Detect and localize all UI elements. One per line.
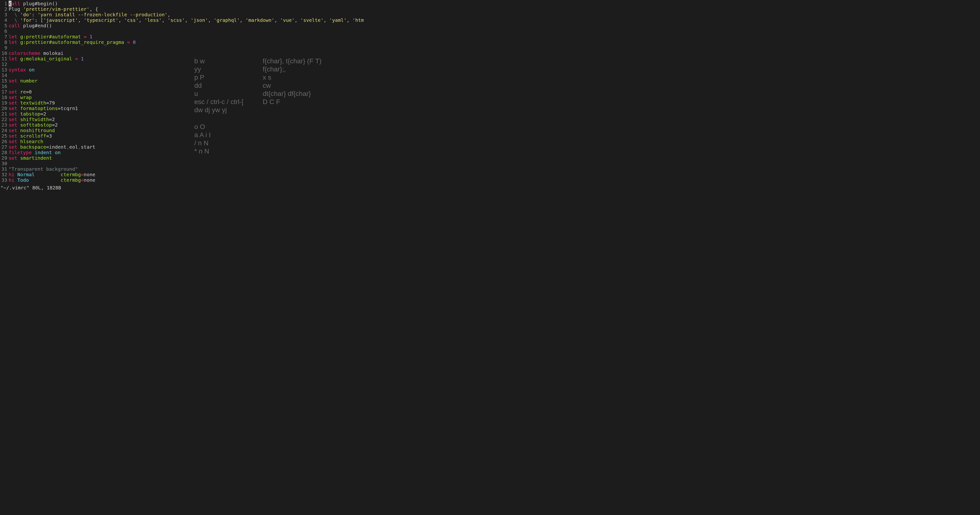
line-number: 3: [0, 12, 9, 17]
cheat-line: / n N: [194, 139, 243, 147]
token: 'html': [352, 17, 364, 23]
code-content[interactable]: call plug#begin(): [9, 1, 58, 6]
cheat-line: dt{char} df{char}: [262, 90, 321, 98]
token: ,: [67, 144, 69, 150]
code-content[interactable]: \ 'do': 'yarn install --frozen-lockfile …: [9, 12, 170, 17]
token: on: [55, 149, 61, 155]
token: 'json': [191, 17, 208, 23]
code-line[interactable]: 5call plug#end(): [0, 23, 364, 29]
line-number: 26: [0, 139, 9, 144]
code-line[interactable]: 2Plug 'prettier/vim-prettier', {: [0, 6, 364, 12]
cheat-line: yy: [194, 65, 243, 73]
code-line[interactable]: 33hi Todo ctermbg=none: [0, 177, 364, 183]
token: ,: [162, 17, 167, 23]
code-content[interactable]: colorscheme molokai: [9, 51, 64, 56]
token: let: [9, 56, 17, 62]
code-content[interactable]: set shiftwidth=2: [9, 117, 55, 122]
token: textwidth: [20, 100, 46, 106]
line-number: 5: [0, 23, 9, 29]
code-content[interactable]: \ 'for': ['javascript', 'typescript', 'c…: [9, 17, 364, 23]
token: none: [84, 177, 95, 183]
line-number: 12: [0, 62, 9, 67]
token: set: [9, 138, 17, 144]
code-content[interactable]: syntax on: [9, 67, 35, 73]
code-content[interactable]: set tabstop=2: [9, 111, 46, 117]
token: shiftwidth: [20, 116, 49, 122]
code-content[interactable]: set re=0: [9, 89, 32, 95]
line-number: 30: [0, 161, 9, 166]
token: [29, 177, 60, 183]
code-content[interactable]: "Transparent background": [9, 166, 78, 172]
code-content[interactable]: set wrap: [9, 95, 32, 100]
code-line[interactable]: 9: [0, 45, 364, 51]
code-content[interactable]: hi Normal ctermbg=none: [9, 172, 95, 177]
token: =: [84, 34, 87, 40]
line-number: 33: [0, 177, 9, 183]
line-number: 6: [0, 29, 9, 34]
line-number: 21: [0, 111, 9, 117]
token: 'yarn install --frozen-lockfile --produc…: [37, 12, 167, 17]
token: 0: [133, 39, 136, 45]
code-content[interactable]: set softtabstop=2: [9, 122, 58, 128]
code-content[interactable]: Plug 'prettier/vim-prettier', {: [9, 6, 98, 12]
cheat-line: esc / ctrl-c / ctrl-[: [194, 98, 243, 106]
cheat-line: D C F: [262, 98, 321, 106]
token: 1: [81, 56, 84, 62]
line-number: 8: [0, 40, 9, 45]
line-number: 18: [0, 95, 9, 100]
code-line[interactable]: 7let g:prettier#autoformat = 1: [0, 34, 364, 40]
line-number: 31: [0, 166, 9, 172]
token: [17, 116, 20, 122]
token: ,: [347, 17, 352, 23]
cheat-line: a A i I: [194, 131, 243, 139]
code-line[interactable]: 3 \ 'do': 'yarn install --frozen-lockfil…: [0, 12, 364, 17]
line-number: 2: [0, 6, 9, 12]
code-line[interactable]: 1call plug#begin(): [0, 1, 364, 6]
vim-status-line: "~/.vimrc" 80L, 1828B: [0, 185, 61, 191]
token: :: [32, 12, 37, 17]
cheat-line: dd: [194, 81, 243, 90]
token: ,: [185, 17, 191, 23]
code-content[interactable]: set scrolloff=3: [9, 133, 52, 139]
code-content[interactable]: let g:prettier#autoformat_require_pragma…: [9, 40, 136, 45]
token: set: [9, 122, 17, 128]
token: =: [81, 177, 84, 183]
code-line[interactable]: 32hi Normal ctermbg=none: [0, 172, 364, 177]
token: [17, 17, 20, 23]
token: set: [9, 105, 17, 111]
token: [17, 155, 20, 161]
token: 'scss': [167, 17, 185, 23]
token: "Transparent background": [9, 166, 78, 172]
code-content[interactable]: filetype indent on: [9, 150, 61, 155]
code-line[interactable]: 4 \ 'for': ['javascript', 'typescript', …: [0, 17, 364, 23]
line-number: 22: [0, 117, 9, 122]
code-content[interactable]: set number: [9, 78, 37, 84]
token: [17, 144, 20, 150]
token: molokai: [40, 50, 63, 56]
token: 'graphql': [214, 17, 240, 23]
token: =0: [26, 89, 32, 95]
token: set: [9, 127, 17, 133]
token: g:prettier#autoformat_require_pragma: [20, 39, 124, 45]
token: (): [52, 1, 58, 6]
code-content[interactable]: let g:prettier#autoformat = 1: [9, 34, 92, 40]
code-line[interactable]: 8let g:prettier#autoformat_require_pragm…: [0, 40, 364, 45]
code-content[interactable]: hi Todo ctermbg=none: [9, 177, 95, 183]
code-line[interactable]: 6: [0, 29, 364, 34]
code-content[interactable]: set textwidth=79: [9, 100, 55, 106]
code-content[interactable]: set smartindent: [9, 155, 52, 161]
token: \: [14, 17, 17, 23]
token: tabstop: [20, 111, 40, 117]
code-content[interactable]: set formatoptions=tcqrn1: [9, 106, 78, 111]
token: [124, 39, 127, 45]
code-content[interactable]: set hlsearch: [9, 139, 43, 144]
code-content[interactable]: set backspace=indent,eol,start: [9, 144, 95, 150]
code-line[interactable]: 31"Transparent background": [0, 166, 364, 172]
code-content[interactable]: set noshiftround: [9, 128, 55, 133]
token: [17, 105, 20, 111]
code-content[interactable]: let g:molokai_original = 1: [9, 56, 84, 62]
token: 'less': [145, 17, 162, 23]
token: wrap: [20, 94, 32, 100]
code-line[interactable]: 10colorscheme molokai: [0, 51, 364, 56]
code-content[interactable]: call plug#end(): [9, 23, 52, 29]
